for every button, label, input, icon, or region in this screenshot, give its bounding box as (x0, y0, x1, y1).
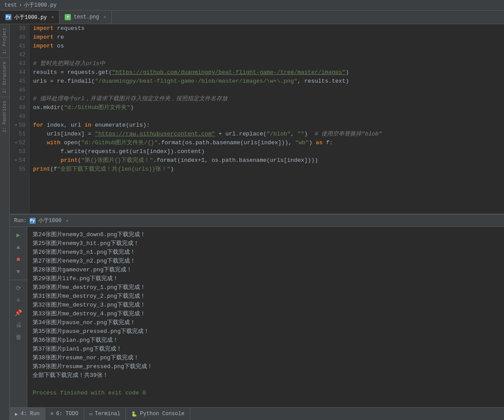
code-line-39: import requests (33, 24, 504, 33)
line-num-39: 39 (10, 24, 29, 33)
status-tab-python-console[interactable]: 🐍 Python Console (126, 408, 190, 420)
var-for-vars: index, url (43, 121, 85, 130)
tab-png-label: test.png (74, 14, 99, 20)
breadcrumb-path[interactable]: test (4, 2, 17, 8)
line-num-46: 46 (10, 86, 29, 95)
output-line-2: 第25张图片enemy3_hit.png下载完成！ (33, 239, 499, 248)
code-line-44: results = requests.get("https://github.c… (33, 68, 504, 77)
sidebar-label-project[interactable]: 1: Project (2, 26, 7, 56)
code-line-53: f.write(requests.get(urls[index]).conten… (33, 147, 504, 156)
code-line-42 (33, 51, 504, 59)
run-icon: ▶ (15, 411, 18, 417)
python-file-icon: Py (5, 14, 11, 20)
output-line-13: 第36张图片plan.png下载完成！ (33, 336, 499, 345)
code-lines: 39 40 41 42 43 44 45 46 47 48 49 ▼50 51 … (10, 24, 504, 214)
var-re: re (54, 33, 64, 42)
run-title-label: Run: (14, 218, 27, 224)
str-empty: "" (298, 130, 305, 139)
run-toolbar: ▶ ▲ ■ ▼ ⟳ ≡ 📌 🖨 🗑 (10, 227, 27, 407)
output-line-5: 第28张图片gameover.png下载完成！ (33, 266, 499, 274)
status-tab-run[interactable]: ▶ 4: Run (10, 408, 45, 420)
str-print-54: "第{}张图片{}下载完成！" (81, 156, 153, 165)
status-bar: ▶ 4: Run ≡ 6: TODO ▭ Terminal 🐍 Python C… (10, 407, 504, 420)
var-fwrite: f.write(requests.get(urls[index]).conten… (33, 147, 205, 156)
kw-for: for (33, 121, 43, 130)
run-pin-button[interactable]: 📌 (12, 307, 25, 318)
var-urls-45: urls = re.findall( (33, 77, 95, 86)
output-line-14: 第37张图片plan1.png下载完成！ (33, 345, 499, 354)
output-line-1: 第24张图片enemy3_down6.png下载完成！ (33, 230, 499, 239)
var-as-52: ) (309, 139, 316, 147)
var-fstr: (f (50, 165, 57, 174)
line-num-53: 53 (10, 147, 29, 156)
str-55: "全部下载下载完成！共{len(urls)}张！" (57, 165, 170, 174)
tab-python-label: 小于1000.py (14, 14, 47, 21)
output-line-18 (33, 380, 499, 389)
output-line-17: 全部下载下载完成！共39张！ (33, 371, 499, 380)
var-print-open-54: ( (77, 156, 81, 165)
output-line-6: 第29张图片life.png下载完成！ (33, 274, 499, 283)
code-editor[interactable]: 39 40 41 42 43 44 45 46 47 48 49 ▼50 51 … (10, 24, 504, 214)
run-trash-button[interactable]: 🗑 (12, 332, 25, 343)
tab-png[interactable]: P test.png ✕ (59, 11, 112, 24)
comment-51: # 使用空串替换掉"blob" (315, 130, 382, 139)
run-stop-button[interactable]: ■ (12, 254, 25, 265)
line-num-41: 41 (10, 42, 29, 51)
kw-print-55: print (33, 165, 50, 174)
kw-import-39: import (33, 24, 54, 33)
breadcrumb: test › 小于1000.py (0, 0, 504, 11)
var-mkdir: os.mkdir( (33, 103, 64, 112)
run-print-button[interactable]: 🖨 (12, 320, 25, 330)
comment-43: # 暂时先把网址存入urls中 (33, 59, 105, 68)
kw-import-40: import (33, 33, 54, 42)
todo-icon: ≡ (51, 411, 54, 416)
status-tab-todo[interactable]: ≡ 6: TODO (45, 408, 84, 420)
run-script-name: 小于1000 (38, 217, 62, 224)
code-line-49 (33, 112, 504, 121)
var-urls-index: urls[index] = (33, 130, 95, 139)
code-line-54: print("第{}张图片{}下载完成！".format(index+1, os… (33, 156, 504, 165)
code-line-55: print(f"全部下载下载完成！共{len(urls)}张！") (33, 165, 504, 174)
line-num-52: ▼52 (10, 139, 29, 147)
var-close-44: ) (346, 68, 349, 77)
tab-png-close[interactable]: ✕ (103, 15, 106, 20)
var-requests: requests (54, 24, 85, 33)
run-play-button[interactable]: ▶ (12, 230, 25, 240)
breadcrumb-file: 小于1000.py (24, 1, 56, 9)
str-blob: "/blob" (267, 130, 291, 139)
code-line-45: urls = re.findall("/duanmingpy/beat-flig… (33, 77, 504, 86)
line-num-43: 43 (10, 59, 29, 68)
var-f-52: f: (323, 139, 333, 147)
var-open: open( (60, 139, 81, 147)
code-content[interactable]: import requests import re import os (29, 24, 504, 214)
tab-bar: Py 小于1000.py ✕ P test.png ✕ (0, 11, 504, 24)
run-header: Run: Py 小于1000 ✕ (10, 215, 504, 227)
output-line-3: 第26张图片enemy3_n1.png下载完成！ (33, 248, 499, 257)
run-panel-close[interactable]: ✕ (66, 218, 69, 223)
tab-python[interactable]: Py 小于1000.py ✕ (0, 11, 59, 24)
run-down-button[interactable]: ▼ (12, 267, 25, 277)
status-tab-todo-label: 6: TODO (56, 411, 78, 417)
sidebar-label-favorites[interactable]: 2: Favorites (2, 99, 7, 134)
str-45: "/duanmingpy/beat-flight-game-/blob/mast… (95, 77, 297, 86)
run-rerun-button[interactable]: ⟳ (12, 283, 25, 293)
str-url-51: "https://raw.githubusercontent.com" (95, 130, 215, 139)
var-close-51: ) (304, 130, 314, 139)
line-num-54: ▼54 (10, 156, 29, 165)
run-up-button[interactable]: ▲ (12, 242, 25, 252)
code-line-41: import os (33, 42, 504, 51)
status-tab-terminal[interactable]: ▭ Terminal (84, 408, 126, 420)
var-close-55: ) (170, 165, 174, 174)
kw-as: as (316, 139, 323, 147)
run-python-icon: Py (29, 218, 36, 224)
sidebar-label-structure[interactable]: 2: Structure (2, 60, 7, 95)
run-output: 第24张图片enemy3_down6.png下载完成！ 第25张图片enemy3… (27, 227, 504, 407)
tab-python-close[interactable]: ✕ (51, 15, 54, 20)
var-enumerate: enumerate(urls): (92, 121, 150, 130)
run-panel: Run: Py 小于1000 ✕ ▶ ▲ ■ ▼ ⟳ ≡ 📌 🖨 🗑 (10, 214, 504, 407)
code-line-46 (33, 86, 504, 95)
output-line-9: 第32张图片me_destroy_3.png下载完成！ (33, 301, 499, 310)
code-line-52: with open("d:/GitHub图片文件夹/{}".format(os.… (33, 139, 504, 147)
line-numbers: 39 40 41 42 43 44 45 46 47 48 49 ▼50 51 … (10, 24, 29, 214)
run-settings-button[interactable]: ≡ (12, 295, 25, 306)
